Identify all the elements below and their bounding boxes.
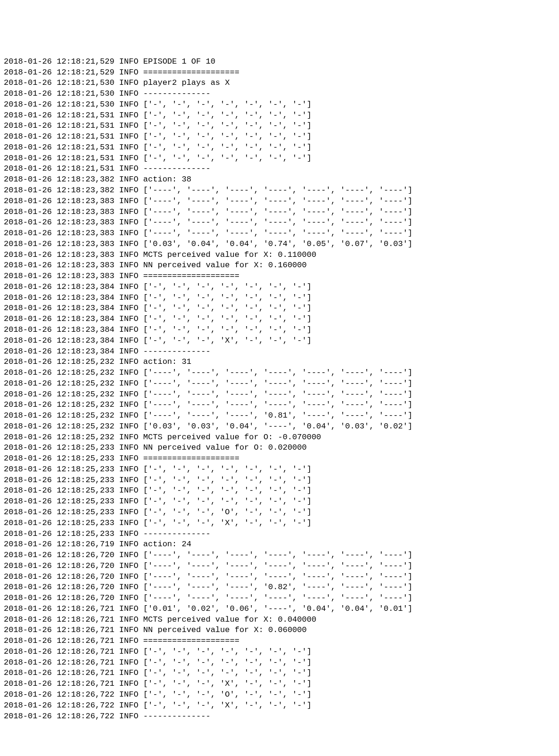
log-line: 2018-01-26 12:18:23,383 INFO ['----', '-…	[4, 207, 555, 218]
log-line: 2018-01-26 12:18:26,722 INFO ['-', '-', …	[4, 690, 555, 700]
log-line: 2018-01-26 12:18:23,382 INFO ['----', '-…	[4, 185, 555, 196]
log-line: 2018-01-26 12:18:23,384 INFO ['-', '-', …	[4, 336, 555, 346]
log-line: 2018-01-26 12:18:21,530 INFO -----------…	[4, 89, 555, 99]
log-line: 2018-01-26 12:18:23,384 INFO ['-', '-', …	[4, 325, 555, 336]
log-line: 2018-01-26 12:18:21,531 INFO ['-', '-', …	[4, 121, 555, 131]
log-line: 2018-01-26 12:18:25,232 INFO ['----', '-…	[4, 411, 555, 421]
log-line: 2018-01-26 12:18:25,232 INFO ['----', '-…	[4, 400, 555, 411]
log-line: 2018-01-26 12:18:25,232 INFO ['----', '-…	[4, 378, 555, 389]
log-line: 2018-01-26 12:18:25,232 INFO ['----', '-…	[4, 368, 555, 378]
log-line: 2018-01-26 12:18:23,384 INFO ['-', '-', …	[4, 293, 555, 304]
log-line: 2018-01-26 12:18:25,233 INFO NN perceive…	[4, 443, 555, 453]
log-line: 2018-01-26 12:18:25,232 INFO action: 31	[4, 357, 555, 368]
log-line: 2018-01-26 12:18:23,383 INFO ===========…	[4, 271, 555, 282]
log-line: 2018-01-26 12:18:25,233 INFO ['-', '-', …	[4, 507, 555, 518]
log-line: 2018-01-26 12:18:23,384 INFO -----------…	[4, 346, 555, 357]
log-line: 2018-01-26 12:18:21,531 INFO ['-', '-', …	[4, 153, 555, 164]
log-line: 2018-01-26 12:18:23,384 INFO ['-', '-', …	[4, 282, 555, 293]
log-line: 2018-01-26 12:18:23,383 INFO ['----', '-…	[4, 217, 555, 228]
log-line: 2018-01-26 12:18:26,720 INFO ['----', '-…	[4, 561, 555, 572]
log-line: 2018-01-26 12:18:26,721 INFO ['-', '-', …	[4, 657, 555, 668]
log-line: 2018-01-26 12:18:25,233 INFO -----------…	[4, 529, 555, 540]
log-line: 2018-01-26 12:18:23,384 INFO ['-', '-', …	[4, 303, 555, 314]
log-line: 2018-01-26 12:18:23,383 INFO ['0.03', '0…	[4, 239, 555, 250]
log-line: 2018-01-26 12:18:21,531 INFO ['-', '-', …	[4, 110, 555, 121]
log-line: 2018-01-26 12:18:26,721 INFO ['-', '-', …	[4, 668, 555, 679]
log-line: 2018-01-26 12:18:21,529 INFO EPISODE 1 O…	[4, 57, 555, 67]
log-line: 2018-01-26 12:18:26,722 INFO ['-', '-', …	[4, 700, 555, 711]
log-line: 2018-01-26 12:18:21,530 INFO player2 pla…	[4, 78, 555, 89]
log-line: 2018-01-26 12:18:26,722 INFO -----------…	[4, 711, 555, 722]
log-line: 2018-01-26 12:18:26,721 INFO MCTS percei…	[4, 615, 555, 625]
log-line: 2018-01-26 12:18:26,721 INFO ['-', '-', …	[4, 647, 555, 657]
log-line: 2018-01-26 12:18:25,233 INFO ['-', '-', …	[4, 475, 555, 486]
log-line: 2018-01-26 12:18:23,383 INFO NN perceive…	[4, 260, 555, 271]
log-line: 2018-01-26 12:18:26,720 INFO ['----', '-…	[4, 582, 555, 593]
log-output: 2018-01-26 12:18:21,529 INFO EPISODE 1 O…	[0, 54, 559, 722]
log-line: 2018-01-26 12:18:26,719 INFO action: 24	[4, 539, 555, 550]
log-line: 2018-01-26 12:18:26,721 INFO ===========…	[4, 636, 555, 647]
log-line: 2018-01-26 12:18:23,384 INFO ['-', '-', …	[4, 314, 555, 325]
log-line: 2018-01-26 12:18:23,383 INFO ['----', '-…	[4, 228, 555, 239]
log-line: 2018-01-26 12:18:26,721 INFO ['0.01', '0…	[4, 604, 555, 615]
log-line: 2018-01-26 12:18:25,232 INFO ['----', '-…	[4, 389, 555, 400]
log-line: 2018-01-26 12:18:26,720 INFO ['----', '-…	[4, 572, 555, 583]
log-line: 2018-01-26 12:18:21,529 INFO ===========…	[4, 67, 555, 78]
log-line: 2018-01-26 12:18:25,233 INFO ['-', '-', …	[4, 464, 555, 475]
log-line: 2018-01-26 12:18:25,232 INFO MCTS percei…	[4, 432, 555, 443]
log-line: 2018-01-26 12:18:21,531 INFO -----------…	[4, 164, 555, 174]
log-line: 2018-01-26 12:18:23,383 INFO ['----', '-…	[4, 196, 555, 207]
log-line: 2018-01-26 12:18:26,720 INFO ['----', '-…	[4, 550, 555, 561]
log-line: 2018-01-26 12:18:25,232 INFO ['0.03', '0…	[4, 421, 555, 432]
log-line: 2018-01-26 12:18:25,233 INFO ['-', '-', …	[4, 496, 555, 507]
log-line: 2018-01-26 12:18:25,233 INFO ['-', '-', …	[4, 485, 555, 496]
log-line: 2018-01-26 12:18:26,721 INFO NN perceive…	[4, 625, 555, 636]
log-line: 2018-01-26 12:18:26,721 INFO ['-', '-', …	[4, 679, 555, 690]
log-line: 2018-01-26 12:18:25,233 INFO ['-', '-', …	[4, 518, 555, 529]
log-line: 2018-01-26 12:18:23,382 INFO action: 38	[4, 174, 555, 185]
log-line: 2018-01-26 12:18:25,233 INFO ===========…	[4, 453, 555, 464]
log-line: 2018-01-26 12:18:21,531 INFO ['-', '-', …	[4, 142, 555, 153]
log-line: 2018-01-26 12:18:21,530 INFO ['-', '-', …	[4, 99, 555, 110]
log-line: 2018-01-26 12:18:23,383 INFO MCTS percei…	[4, 250, 555, 261]
log-line: 2018-01-26 12:18:26,720 INFO ['----', '-…	[4, 593, 555, 604]
log-line: 2018-01-26 12:18:21,531 INFO ['-', '-', …	[4, 131, 555, 142]
